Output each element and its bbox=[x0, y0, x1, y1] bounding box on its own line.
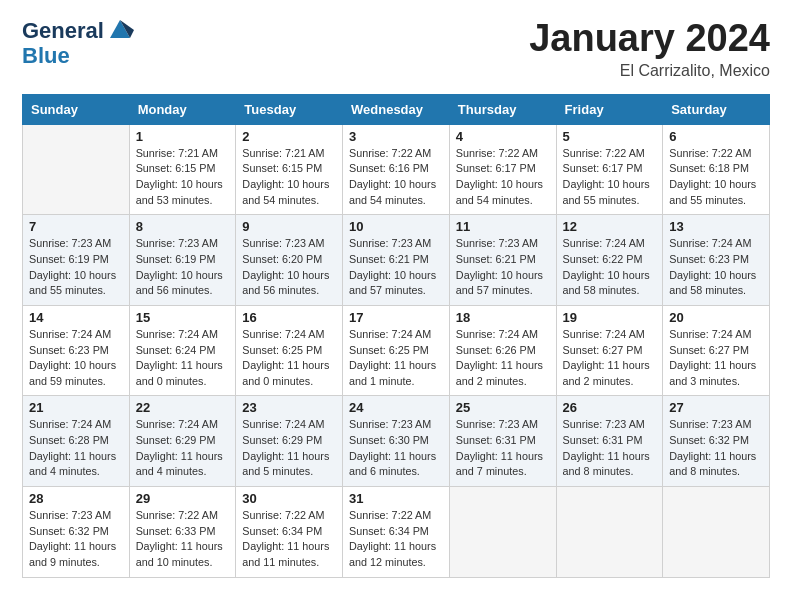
day-number: 10 bbox=[349, 219, 443, 234]
header-thursday: Thursday bbox=[449, 94, 556, 124]
day-number: 30 bbox=[242, 491, 336, 506]
table-row: 1Sunrise: 7:21 AMSunset: 6:15 PMDaylight… bbox=[129, 124, 236, 215]
day-detail: Sunrise: 7:23 AMSunset: 6:30 PMDaylight:… bbox=[349, 417, 443, 480]
table-row: 20Sunrise: 7:24 AMSunset: 6:27 PMDayligh… bbox=[663, 305, 770, 396]
header-friday: Friday bbox=[556, 94, 663, 124]
table-row: 12Sunrise: 7:24 AMSunset: 6:22 PMDayligh… bbox=[556, 215, 663, 306]
day-detail: Sunrise: 7:23 AMSunset: 6:31 PMDaylight:… bbox=[456, 417, 550, 480]
title-block: January 2024 El Carrizalito, Mexico bbox=[529, 18, 770, 80]
table-row: 22Sunrise: 7:24 AMSunset: 6:29 PMDayligh… bbox=[129, 396, 236, 487]
table-row: 19Sunrise: 7:24 AMSunset: 6:27 PMDayligh… bbox=[556, 305, 663, 396]
day-detail: Sunrise: 7:23 AMSunset: 6:21 PMDaylight:… bbox=[456, 236, 550, 299]
table-row: 26Sunrise: 7:23 AMSunset: 6:31 PMDayligh… bbox=[556, 396, 663, 487]
table-row: 16Sunrise: 7:24 AMSunset: 6:25 PMDayligh… bbox=[236, 305, 343, 396]
calendar-week-row: 14Sunrise: 7:24 AMSunset: 6:23 PMDayligh… bbox=[23, 305, 770, 396]
table-row: 24Sunrise: 7:23 AMSunset: 6:30 PMDayligh… bbox=[343, 396, 450, 487]
table-row: 17Sunrise: 7:24 AMSunset: 6:25 PMDayligh… bbox=[343, 305, 450, 396]
day-detail: Sunrise: 7:24 AMSunset: 6:22 PMDaylight:… bbox=[563, 236, 657, 299]
day-number: 19 bbox=[563, 310, 657, 325]
calendar-table: Sunday Monday Tuesday Wednesday Thursday… bbox=[22, 94, 770, 578]
day-number: 11 bbox=[456, 219, 550, 234]
day-detail: Sunrise: 7:21 AMSunset: 6:15 PMDaylight:… bbox=[136, 146, 230, 209]
header-wednesday: Wednesday bbox=[343, 94, 450, 124]
table-row: 11Sunrise: 7:23 AMSunset: 6:21 PMDayligh… bbox=[449, 215, 556, 306]
day-number: 5 bbox=[563, 129, 657, 144]
day-number: 29 bbox=[136, 491, 230, 506]
day-number: 18 bbox=[456, 310, 550, 325]
day-detail: Sunrise: 7:24 AMSunset: 6:24 PMDaylight:… bbox=[136, 327, 230, 390]
header-saturday: Saturday bbox=[663, 94, 770, 124]
table-row: 13Sunrise: 7:24 AMSunset: 6:23 PMDayligh… bbox=[663, 215, 770, 306]
day-detail: Sunrise: 7:22 AMSunset: 6:34 PMDaylight:… bbox=[349, 508, 443, 571]
day-number: 21 bbox=[29, 400, 123, 415]
calendar-week-row: 7Sunrise: 7:23 AMSunset: 6:19 PMDaylight… bbox=[23, 215, 770, 306]
day-detail: Sunrise: 7:23 AMSunset: 6:21 PMDaylight:… bbox=[349, 236, 443, 299]
table-row: 15Sunrise: 7:24 AMSunset: 6:24 PMDayligh… bbox=[129, 305, 236, 396]
day-detail: Sunrise: 7:24 AMSunset: 6:28 PMDaylight:… bbox=[29, 417, 123, 480]
header-tuesday: Tuesday bbox=[236, 94, 343, 124]
day-detail: Sunrise: 7:24 AMSunset: 6:23 PMDaylight:… bbox=[29, 327, 123, 390]
table-row: 9Sunrise: 7:23 AMSunset: 6:20 PMDaylight… bbox=[236, 215, 343, 306]
day-number: 22 bbox=[136, 400, 230, 415]
day-detail: Sunrise: 7:23 AMSunset: 6:32 PMDaylight:… bbox=[669, 417, 763, 480]
table-row bbox=[449, 487, 556, 578]
day-detail: Sunrise: 7:22 AMSunset: 6:16 PMDaylight:… bbox=[349, 146, 443, 209]
day-detail: Sunrise: 7:24 AMSunset: 6:29 PMDaylight:… bbox=[136, 417, 230, 480]
day-detail: Sunrise: 7:22 AMSunset: 6:17 PMDaylight:… bbox=[456, 146, 550, 209]
table-row: 31Sunrise: 7:22 AMSunset: 6:34 PMDayligh… bbox=[343, 487, 450, 578]
day-number: 26 bbox=[563, 400, 657, 415]
logo-text-general: General bbox=[22, 19, 104, 43]
day-detail: Sunrise: 7:24 AMSunset: 6:27 PMDaylight:… bbox=[669, 327, 763, 390]
day-detail: Sunrise: 7:21 AMSunset: 6:15 PMDaylight:… bbox=[242, 146, 336, 209]
month-title: January 2024 bbox=[529, 18, 770, 60]
table-row: 7Sunrise: 7:23 AMSunset: 6:19 PMDaylight… bbox=[23, 215, 130, 306]
table-row: 2Sunrise: 7:21 AMSunset: 6:15 PMDaylight… bbox=[236, 124, 343, 215]
day-number: 20 bbox=[669, 310, 763, 325]
table-row: 23Sunrise: 7:24 AMSunset: 6:29 PMDayligh… bbox=[236, 396, 343, 487]
table-row: 3Sunrise: 7:22 AMSunset: 6:16 PMDaylight… bbox=[343, 124, 450, 215]
table-row bbox=[23, 124, 130, 215]
day-detail: Sunrise: 7:24 AMSunset: 6:23 PMDaylight:… bbox=[669, 236, 763, 299]
day-detail: Sunrise: 7:24 AMSunset: 6:25 PMDaylight:… bbox=[349, 327, 443, 390]
day-number: 12 bbox=[563, 219, 657, 234]
calendar-header-row: Sunday Monday Tuesday Wednesday Thursday… bbox=[23, 94, 770, 124]
table-row: 28Sunrise: 7:23 AMSunset: 6:32 PMDayligh… bbox=[23, 487, 130, 578]
table-row: 30Sunrise: 7:22 AMSunset: 6:34 PMDayligh… bbox=[236, 487, 343, 578]
table-row: 4Sunrise: 7:22 AMSunset: 6:17 PMDaylight… bbox=[449, 124, 556, 215]
day-detail: Sunrise: 7:23 AMSunset: 6:19 PMDaylight:… bbox=[29, 236, 123, 299]
day-number: 25 bbox=[456, 400, 550, 415]
logo-icon bbox=[106, 16, 134, 44]
day-number: 2 bbox=[242, 129, 336, 144]
day-detail: Sunrise: 7:24 AMSunset: 6:27 PMDaylight:… bbox=[563, 327, 657, 390]
calendar-week-row: 1Sunrise: 7:21 AMSunset: 6:15 PMDaylight… bbox=[23, 124, 770, 215]
table-row: 18Sunrise: 7:24 AMSunset: 6:26 PMDayligh… bbox=[449, 305, 556, 396]
day-detail: Sunrise: 7:23 AMSunset: 6:20 PMDaylight:… bbox=[242, 236, 336, 299]
day-detail: Sunrise: 7:23 AMSunset: 6:31 PMDaylight:… bbox=[563, 417, 657, 480]
table-row: 5Sunrise: 7:22 AMSunset: 6:17 PMDaylight… bbox=[556, 124, 663, 215]
header-monday: Monday bbox=[129, 94, 236, 124]
table-row: 27Sunrise: 7:23 AMSunset: 6:32 PMDayligh… bbox=[663, 396, 770, 487]
table-row: 8Sunrise: 7:23 AMSunset: 6:19 PMDaylight… bbox=[129, 215, 236, 306]
table-row: 14Sunrise: 7:24 AMSunset: 6:23 PMDayligh… bbox=[23, 305, 130, 396]
day-detail: Sunrise: 7:23 AMSunset: 6:19 PMDaylight:… bbox=[136, 236, 230, 299]
day-number: 4 bbox=[456, 129, 550, 144]
day-number: 28 bbox=[29, 491, 123, 506]
table-row: 6Sunrise: 7:22 AMSunset: 6:18 PMDaylight… bbox=[663, 124, 770, 215]
day-number: 14 bbox=[29, 310, 123, 325]
table-row bbox=[556, 487, 663, 578]
table-row: 10Sunrise: 7:23 AMSunset: 6:21 PMDayligh… bbox=[343, 215, 450, 306]
day-number: 24 bbox=[349, 400, 443, 415]
day-number: 27 bbox=[669, 400, 763, 415]
day-detail: Sunrise: 7:24 AMSunset: 6:25 PMDaylight:… bbox=[242, 327, 336, 390]
day-number: 8 bbox=[136, 219, 230, 234]
day-number: 23 bbox=[242, 400, 336, 415]
day-detail: Sunrise: 7:22 AMSunset: 6:18 PMDaylight:… bbox=[669, 146, 763, 209]
table-row bbox=[663, 487, 770, 578]
calendar-week-row: 28Sunrise: 7:23 AMSunset: 6:32 PMDayligh… bbox=[23, 487, 770, 578]
logo: General Blue bbox=[22, 18, 134, 68]
day-detail: Sunrise: 7:24 AMSunset: 6:29 PMDaylight:… bbox=[242, 417, 336, 480]
header: General Blue January 2024 El Carrizalito… bbox=[22, 18, 770, 80]
day-detail: Sunrise: 7:23 AMSunset: 6:32 PMDaylight:… bbox=[29, 508, 123, 571]
table-row: 29Sunrise: 7:22 AMSunset: 6:33 PMDayligh… bbox=[129, 487, 236, 578]
logo-text-blue: Blue bbox=[22, 44, 70, 68]
